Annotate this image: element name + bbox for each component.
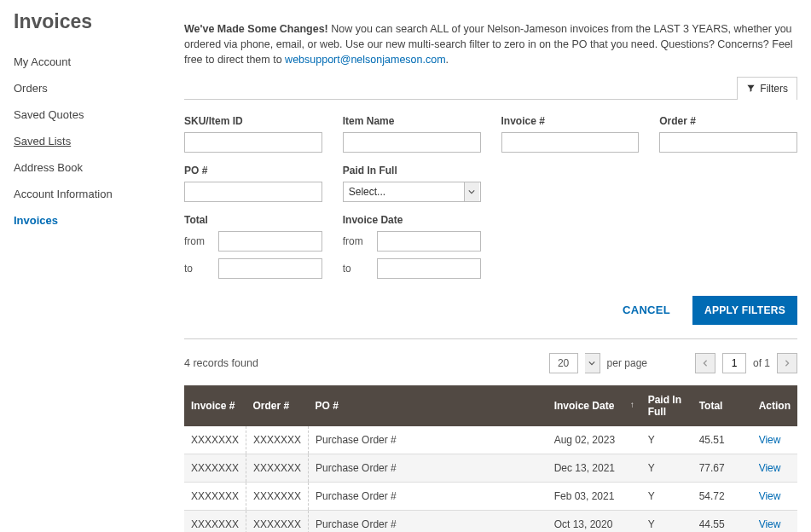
filters-toggle-label: Filters [760,83,788,95]
sidebar-item-account-information[interactable]: Account Information [14,181,167,207]
sidebar: Invoices My AccountOrdersSaved QuotesSav… [14,10,184,532]
cell-invoice: XXXXXXX [184,426,246,454]
per-page-dropdown[interactable] [585,353,600,373]
filter-item-name-label: Item Name [343,115,481,127]
intro-message: We've Made Some Changes! Now you can sea… [184,21,797,67]
cell-total: 44.55 [692,510,752,532]
next-page-button[interactable] [777,353,797,373]
sidebar-item-address-book[interactable]: Address Book [14,154,167,181]
page-number-input[interactable] [722,353,746,373]
invoice-no-input[interactable] [501,132,640,153]
paid-in-full-selected: Select... [349,186,385,198]
date-from-label: from [343,235,368,247]
filter-invoice-no-label: Invoice # [501,115,640,127]
sidebar-item-my-account[interactable]: My Account [14,49,167,75]
cell-paid: Y [641,426,692,454]
col-po[interactable]: PO # [309,385,547,426]
filter-invoice-no: Invoice # [501,115,640,153]
col-invoice[interactable]: Invoice # [184,385,246,426]
filter-invoice-date: Invoice Date from to [343,214,481,286]
table-row: XXXXXXXXXXXXXXPurchase Order #Dec 13, 20… [184,454,797,482]
table-row: XXXXXXXXXXXXXXPurchase Order #Feb 03, 20… [184,482,797,510]
sort-ascending-icon: ↑ [630,400,634,409]
filter-actions: CANCEL APPLY FILTERS [184,296,797,339]
chevron-down-icon [464,182,479,201]
cell-total: 54.72 [692,482,752,510]
po-no-input[interactable] [184,182,322,202]
sidebar-item-orders[interactable]: Orders [14,75,167,101]
view-link[interactable]: View [759,462,781,474]
view-link[interactable]: View [759,434,781,446]
table-row: XXXXXXXXXXXXXXPurchase Order #Oct 13, 20… [184,510,797,532]
intro-bold: We've Made Some Changes! [184,23,328,35]
total-to-input[interactable] [218,258,322,279]
cell-date: Feb 03, 2021 [547,482,641,510]
table-toolbar: 4 records found 20 per page of 1 [184,353,797,373]
cell-date: Dec 13, 2021 [547,454,641,482]
date-to-label: to [343,263,368,275]
filter-icon [746,84,756,93]
filter-bar: Filters [184,76,797,100]
cancel-button[interactable]: CANCEL [617,303,675,317]
per-page-label: per page [607,357,647,369]
account-nav: My AccountOrdersSaved QuotesSaved ListsA… [14,49,167,234]
cell-total: 45.51 [692,426,752,454]
view-link[interactable]: View [759,518,781,530]
filter-total: Total from to [184,214,322,286]
paid-in-full-select[interactable]: Select... [343,182,481,202]
cell-total: 77.67 [692,454,752,482]
records-found: 4 records found [184,357,258,369]
item-name-input[interactable] [343,132,481,153]
filter-date-label: Invoice Date [343,214,481,226]
filter-sku: SKU/Item ID [184,115,322,153]
cell-po: Purchase Order # [309,510,547,532]
total-from-input[interactable] [218,231,322,252]
filter-item-name: Item Name [343,115,481,153]
date-to-input[interactable] [377,258,481,279]
col-total[interactable]: Total [692,385,752,426]
col-order[interactable]: Order # [246,385,309,426]
per-page-value: 20 [549,353,578,373]
cell-action: View [752,510,797,532]
order-no-input[interactable] [659,132,797,153]
filter-order-no-label: Order # [659,115,797,127]
table-body: XXXXXXXXXXXXXXPurchase Order #Aug 02, 20… [184,426,797,532]
cell-action: View [752,454,797,482]
apply-filters-button[interactable]: APPLY FILTERS [692,296,797,325]
support-email-link[interactable]: websupport@nelsonjameson.com [285,54,445,66]
cell-order: XXXXXXX [246,510,309,532]
cell-date: Aug 02, 2023 [547,426,641,454]
cell-action: View [752,482,797,510]
of-pages-label: of 1 [753,357,770,369]
sidebar-item-saved-quotes[interactable]: Saved Quotes [14,101,167,128]
invoices-table: Invoice # Order # PO # Invoice Date↑ Pai… [184,385,797,532]
view-link[interactable]: View [759,490,781,502]
sidebar-item-invoices[interactable]: Invoices [14,207,167,234]
main-content: We've Made Some Changes! Now you can sea… [184,10,797,532]
cell-paid: Y [641,510,692,532]
table-row: XXXXXXXXXXXXXXPurchase Order #Aug 02, 20… [184,426,797,454]
date-from-input[interactable] [377,231,481,252]
cell-invoice: XXXXXXX [184,454,246,482]
cell-order: XXXXXXX [246,482,309,510]
cell-paid: Y [641,482,692,510]
sidebar-item-saved-lists[interactable]: Saved Lists [14,128,167,154]
col-paid[interactable]: Paid In Full [641,385,692,426]
filters-form: SKU/Item ID Item Name Invoice # Order # … [184,115,797,286]
col-date-label: Invoice Date [554,400,615,412]
filter-paid-label: Paid In Full [343,165,481,176]
cell-order: XXXXXXX [246,454,309,482]
filter-total-label: Total [184,214,322,226]
filters-toggle-button[interactable]: Filters [737,77,797,100]
intro-suffix: . [446,54,449,66]
cell-po: Purchase Order # [309,454,547,482]
prev-page-button[interactable] [695,353,715,373]
cell-invoice: XXXXXXX [184,510,246,532]
total-to-label: to [184,263,210,275]
page-title: Invoices [14,10,167,33]
sku-input[interactable] [184,132,322,153]
filter-paid-in-full: Paid In Full Select... [343,165,481,202]
table-header: Invoice # Order # PO # Invoice Date↑ Pai… [184,385,797,426]
cell-order: XXXXXXX [246,426,309,454]
col-date[interactable]: Invoice Date↑ [547,385,641,426]
